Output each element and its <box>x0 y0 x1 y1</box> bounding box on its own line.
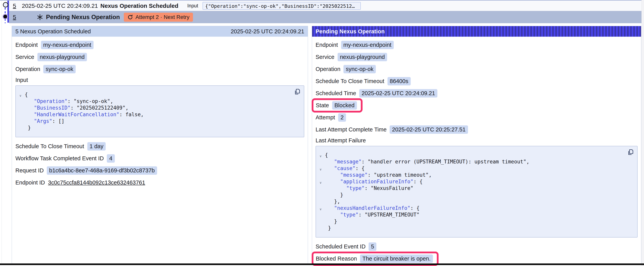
field-value-chip: my-nexus-endpoint <box>41 41 94 49</box>
event-id-link[interactable]: 5 <box>13 14 22 21</box>
input-json-block: ∨{ "Operation": "sync-op-ok", "BusinessI… <box>16 85 304 137</box>
pending-panel-header: Pending Nexus Operation <box>312 26 641 37</box>
input-section-label: Input <box>16 77 304 84</box>
scheduled-panel-title: 5 Nexus Operation Scheduled <box>16 28 91 35</box>
collapse-caret-icon[interactable]: ∨ <box>320 179 322 186</box>
field-schedule-to-close-timeout: Schedule To Close Timeout 1 day <box>16 142 304 151</box>
field-value-chip: 4 <box>107 154 114 163</box>
event-timestamp: 2025-02-25 UTC 20:24:09.21 <box>22 3 100 9</box>
state-annotation-highlight: State Blocked <box>312 98 362 113</box>
code-line: } <box>325 218 632 225</box>
scheduled-panel-time: 2025-02-25 UTC 20:24:09.21 <box>231 28 304 35</box>
field-label: Operation <box>16 66 40 72</box>
code-line: "type": "NexusFailure" <box>325 185 632 191</box>
failure-json-block: ∨{ "message": "handler error (UPSTREAM_T… <box>316 146 638 237</box>
scheduled-panel-header: 5 Nexus Operation Scheduled 2025-02-25 U… <box>12 26 308 37</box>
field-label: Operation <box>316 66 340 72</box>
scheduled-panel-body: Endpoint my-nexus-endpoint Service nexus… <box>12 37 308 194</box>
event-row-pending[interactable]: 5 Pending Nexus Operation Attempt 2 · Ne… <box>9 11 642 23</box>
field-endpoint: Endpoint my-nexus-endpoint <box>16 41 304 49</box>
event-id-link[interactable]: 5 <box>13 3 22 9</box>
event-input-label: Input <box>187 3 198 9</box>
event-row-scheduled[interactable]: 5 2025-02-25 UTC 20:24:09.21 Nexus Opera… <box>9 1 642 11</box>
pending-asterisk-icon <box>37 14 43 21</box>
field-label: Scheduled Time <box>316 90 356 97</box>
field-value-chip: nexus-playground <box>38 53 87 61</box>
field-scheduled-event-id: Scheduled Event ID 5 <box>316 242 638 251</box>
code-line: ∨ "cause": { <box>325 165 632 172</box>
field-blocked-reason: Blocked Reason The circuit breaker is op… <box>316 254 638 263</box>
field-request-id: Request ID b1c6a4bc-8ee7-468a-9169-df3b0… <box>16 166 304 175</box>
pending-operation-panel: Pending Nexus Operation Endpoint my-nexu… <box>312 26 641 264</box>
field-state: State Blocked <box>316 101 638 110</box>
collapse-caret-icon[interactable]: ∨ <box>320 153 322 159</box>
code-line: ∨ "applicationFailureInfo": { <box>325 178 632 185</box>
field-label: Schedule To Close Timeout <box>316 78 384 84</box>
scheduled-event-panel: 5 Nexus Operation Scheduled 2025-02-25 U… <box>12 26 308 264</box>
code-line: "BusinessID": "20250225122409", <box>25 105 299 111</box>
endpoint-id-link[interactable]: 3c0c75ccfa8144b092c13ce632463761 <box>48 179 145 186</box>
field-value-chip: 2025-02-25 UTC 20:25:27.51 <box>390 125 468 134</box>
event-detail-panels: 5 Nexus Operation Scheduled 2025-02-25 U… <box>12 26 641 264</box>
field-endpoint-id: Endpoint ID 3c0c75ccfa8144b092c13ce63246… <box>16 178 304 187</box>
field-label: State <box>316 102 329 109</box>
collapse-caret-icon[interactable]: ∨ <box>19 92 22 99</box>
field-scheduled-time: Scheduled Time 2025-02-25 UTC 20:24:09.2… <box>316 89 638 98</box>
field-schedule-to-close-timeout: Schedule To Close Timeout 86400s <box>316 77 638 85</box>
field-label: Last Attempt Complete Time <box>316 126 386 133</box>
code-line: ∨{ <box>325 152 632 158</box>
event-history-rows: 5 2025-02-25 UTC 20:24:09.21 Nexus Opera… <box>9 1 642 23</box>
field-value-chip: sync-op-ok <box>344 65 376 73</box>
scrollbar-track[interactable] <box>642 0 644 266</box>
field-value-chip: 86400s <box>388 77 411 85</box>
field-operation: Operation sync-op-ok <box>16 65 304 73</box>
state-value-chip: Blocked <box>332 101 357 110</box>
retry-icon <box>127 14 133 20</box>
code-line: } <box>25 124 299 131</box>
page-bottom-divider <box>0 263 644 265</box>
code-line: } <box>325 191 632 198</box>
field-label: Workflow Task Completed Event ID <box>16 155 104 162</box>
field-label: Scheduled Event ID <box>316 243 366 250</box>
code-line: "message": "handler error (UPSTREAM_TIME… <box>325 158 632 165</box>
field-value-chip: 2025-02-25 UTC 20:24:09.21 <box>359 89 438 98</box>
blocked-reason-value-chip: The circuit breaker is open. <box>360 254 433 263</box>
timeline-open-marker-icon <box>3 2 8 8</box>
field-label: Service <box>16 54 34 60</box>
collapse-caret-icon[interactable]: ∨ <box>320 206 322 212</box>
field-last-attempt-complete-time: Last Attempt Complete Time 2025-02-25 UT… <box>316 125 638 134</box>
event-title: Nexus Operation Scheduled <box>100 3 178 9</box>
code-line: "HandlerWaitForCancellation": false, <box>25 111 299 118</box>
field-service: Service nexus-playground <box>316 53 638 61</box>
field-workflow-task-completed-event-id: Workflow Task Completed Event ID 4 <box>16 154 304 163</box>
field-value-chip: my-nexus-endpoint <box>341 41 394 49</box>
code-line: } <box>325 225 632 231</box>
field-label: Endpoint <box>316 42 338 48</box>
field-value-chip: sync-op-ok <box>43 65 76 73</box>
attempt-retry-badge: Attempt 2 · Next Retry <box>124 13 193 22</box>
pending-event-title: Pending Nexus Operation <box>46 14 120 21</box>
field-operation: Operation sync-op-ok <box>316 65 638 73</box>
field-value-chip: b1c6a4bc-8ee7-468a-9169-df3b02c8737b <box>47 166 157 175</box>
field-label: Service <box>316 54 334 60</box>
page-top-border <box>0 0 644 1</box>
pending-panel-title: Pending Nexus Operation <box>316 28 385 35</box>
code-line: ∨ "nexusHandlerFailureInfo": { <box>325 205 632 211</box>
collapse-caret-icon[interactable]: ∨ <box>320 166 322 173</box>
field-label: Endpoint <box>16 42 38 48</box>
code-line: }, <box>325 198 632 205</box>
timeline-current-marker-icon <box>3 15 7 19</box>
field-label: Request ID <box>16 167 44 174</box>
attempt-retry-label: Attempt 2 · Next Retry <box>136 14 190 20</box>
field-value-chip: 5 <box>368 242 376 251</box>
pending-panel-body: Endpoint my-nexus-endpoint Service nexus… <box>312 37 641 266</box>
field-label: Schedule To Close Timeout <box>16 143 84 150</box>
code-line: ∨{ <box>25 91 299 98</box>
page-left-border <box>2 0 2 263</box>
code-line: "Operation": "sync-op-ok", <box>25 98 299 105</box>
field-service: Service nexus-playground <box>16 53 304 61</box>
field-attempt: Attempt 2 <box>316 113 638 122</box>
field-label: Endpoint ID <box>16 179 45 186</box>
field-value-chip: 1 day <box>87 142 106 151</box>
field-label: Blocked Reason <box>316 255 357 262</box>
